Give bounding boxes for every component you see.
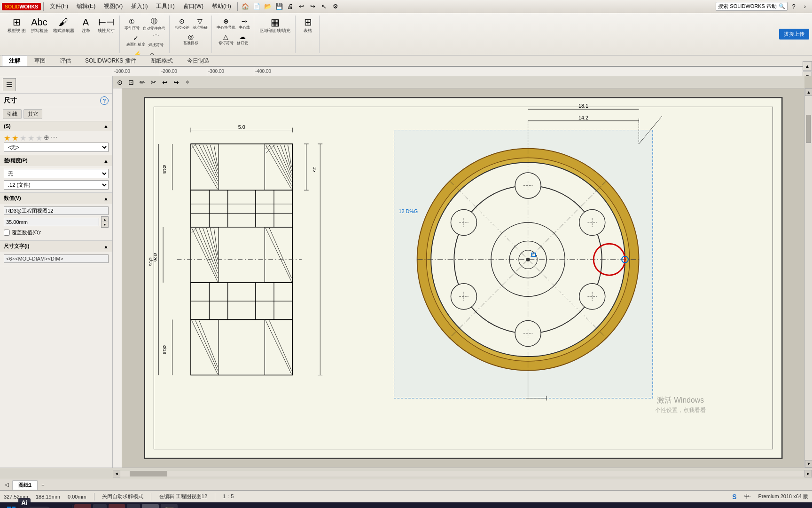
select-icon-btn[interactable]: ↖ — [319, 1, 329, 12]
auto-part-number-btn[interactable]: ⑪ 自动零件序号 — [142, 16, 166, 32]
override-checkbox[interactable] — [4, 230, 10, 236]
hole-callout-btn[interactable]: ○ 孔标注 — [146, 49, 159, 56]
panel-style-header[interactable]: (S) ▲ — [0, 121, 112, 131]
linear-chain-btn[interactable]: ⊢⊣ 线性尺寸 — [96, 16, 117, 35]
star-1[interactable]: ★ — [4, 134, 10, 143]
datum-feature-btn[interactable]: ▽ 基准特征 — [192, 16, 209, 31]
menu-tools[interactable]: 工具(T) — [152, 1, 178, 11]
form-tolerance-btn[interactable]: ⊙ 形位公差 — [173, 16, 190, 31]
taskbar-app-video[interactable]: ⬛ — [161, 504, 178, 508]
centerline-btn[interactable]: ⊸ 中心线 — [238, 16, 251, 31]
connect-upload-btn[interactable]: 拔接上传 — [779, 29, 809, 40]
new-icon-btn[interactable]: 📄 — [251, 1, 262, 12]
draw-icon-4[interactable]: ✂ — [148, 77, 159, 87]
surface-finish-btn[interactable]: ✓ 表面粗糙度 — [125, 33, 146, 48]
spell-check-btn[interactable]: Abc 拼写检验 — [29, 16, 50, 35]
menu-edit[interactable]: 编辑(E) — [73, 1, 99, 11]
tab-manufacture[interactable]: 今日制造 — [180, 55, 217, 66]
scroll-down-btn[interactable]: ▼ — [805, 460, 812, 468]
tab-sheet-format[interactable]: 图纸格式 — [143, 55, 180, 66]
btab-add[interactable]: + — [39, 481, 47, 489]
btab-sheet1[interactable]: 图纸1 — [12, 480, 38, 490]
center-mark-btn[interactable]: ⊕ 中心符号线 — [216, 16, 236, 31]
question-icon-btn[interactable]: ? — [789, 1, 799, 12]
tab-sketch[interactable]: 草图 — [27, 55, 53, 66]
arrow-icon-btn[interactable]: › — [800, 1, 810, 12]
datum-target-btn[interactable]: ◎ 基准目标 — [182, 32, 199, 47]
section-fill-btn[interactable]: ▦ 区域剖面线/填充 — [258, 16, 293, 35]
star-3[interactable]: ★ — [20, 134, 26, 143]
panel-tolerance-header[interactable]: 差/精度(P) ▲ — [0, 155, 112, 166]
panel-tab-other[interactable]: 其它 — [23, 109, 42, 119]
panel-scroll-area[interactable]: (S) ▲ ★ ★ ★ ★ ★ ⊕ ⋯ <无> — [0, 121, 112, 468]
vertical-scrollbar[interactable]: ▲ ▼ — [804, 88, 812, 468]
table-btn[interactable]: ⊞ 表格 — [299, 16, 316, 35]
start-btn[interactable] — [3, 504, 20, 508]
weld-symbol-btn[interactable]: ⌒ 焊接符号 — [148, 33, 164, 48]
tab-evaluate[interactable]: 评估 — [53, 55, 78, 66]
tolerance-type-dropdown[interactable]: 无 — [4, 169, 109, 178]
settings-icon-btn[interactable]: ⚙ — [330, 1, 341, 12]
magnetic-line-btn[interactable]: ⚡ 磁力线 — [131, 49, 144, 56]
btab-arrow-left[interactable]: ◁ — [2, 481, 11, 489]
taskbar-app-sw[interactable]: SW — [142, 504, 158, 508]
star-4[interactable]: ★ — [28, 134, 34, 143]
tab-plugins[interactable]: SOLIDWORKS 插件 — [78, 55, 143, 66]
note-btn[interactable]: A 注释 — [78, 16, 94, 35]
redo-icon-btn[interactable]: ↪ — [308, 1, 318, 12]
draw-icon-1[interactable]: ⊙ — [115, 77, 125, 87]
star-2[interactable]: ★ — [12, 134, 18, 143]
taskbar-app-word[interactable]: W — [93, 504, 107, 508]
scroll-track-v[interactable] — [805, 96, 812, 460]
home-icon-btn[interactable]: 🏠 — [240, 1, 250, 12]
panel-help-icon[interactable]: ? — [100, 96, 109, 105]
draw-icon-7[interactable]: ⌖ — [182, 77, 193, 87]
precision-dropdown[interactable]: .12 (文件) — [4, 180, 109, 190]
menu-help[interactable]: 帮助(H) — [208, 1, 235, 11]
format-painter-btn[interactable]: 🖌 格式涂刷器 — [51, 16, 76, 35]
model-view-btn[interactable]: ⊞ 模型视 图 — [6, 16, 28, 35]
taskbar-app-dx2[interactable]: DX — [109, 504, 125, 508]
dimtext-input[interactable] — [4, 254, 109, 263]
panel-dimtext-header[interactable]: 尺寸文字(i) ▲ — [0, 241, 112, 252]
solidworks-search[interactable]: 搜索 SOLIDWORKS 帮助 🔍 — [716, 2, 788, 11]
open-icon-btn[interactable]: 📂 — [263, 1, 273, 12]
menu-view[interactable]: 视图(V) — [100, 1, 126, 11]
h-scroll-thumb[interactable] — [130, 471, 167, 476]
menu-insert[interactable]: 插入(I) — [127, 1, 151, 11]
draw-icon-3[interactable]: ✏ — [137, 77, 148, 87]
scroll-up-btn[interactable]: ▲ — [805, 88, 812, 96]
taskbar-app-dx1[interactable]: DX — [74, 504, 91, 508]
spin-up[interactable] — [102, 217, 108, 222]
panel-tab-leader[interactable]: 引线 — [3, 109, 22, 119]
taskbar-app-play[interactable]: ▶ — [127, 504, 140, 508]
style-add-icon[interactable]: ⊕ — [44, 134, 49, 143]
draw-icon-2[interactable]: ⊡ — [126, 77, 136, 87]
drawing-viewport[interactable]: 5.0 15 Ø15 Ø20 — [122, 88, 804, 468]
part-number-btn[interactable]: ① 零件序号 — [124, 17, 141, 32]
scroll-thumb-v[interactable] — [806, 115, 811, 143]
style-options-icon[interactable]: ⋯ — [51, 134, 57, 143]
drawing-area[interactable]: ⊙ ⊡ ✏ ✂ ↩ ↪ ⌖ — [113, 76, 812, 468]
save-icon-btn[interactable]: 💾 — [274, 1, 284, 12]
undo-icon-btn[interactable]: ↩ — [297, 1, 307, 12]
draw-icon-5[interactable]: ↩ — [160, 77, 170, 87]
value-field-2[interactable] — [4, 218, 99, 226]
print-icon-btn[interactable]: 🖨 — [285, 1, 296, 12]
spin-down[interactable] — [102, 222, 108, 227]
menu-window[interactable]: 窗口(W) — [180, 1, 207, 11]
draw-icon-6[interactable]: ↪ — [171, 77, 181, 87]
list-view-icon-btn[interactable] — [3, 78, 16, 91]
style-dropdown[interactable]: <无> — [4, 143, 109, 152]
revision-cloud-btn[interactable]: ☁ 修订云 — [236, 32, 249, 47]
scroll-left-btn[interactable]: ◄ — [113, 470, 120, 477]
h-scroll-track[interactable] — [120, 471, 804, 476]
ai-label[interactable]: Ai — [18, 498, 31, 508]
tab-annotation[interactable]: 注解 — [2, 55, 27, 66]
value-spinner[interactable] — [101, 216, 109, 228]
revision-symbol-btn[interactable]: △ 修订符号 — [218, 32, 234, 47]
star-5[interactable]: ★ — [36, 134, 42, 143]
value-field-1[interactable] — [4, 206, 109, 215]
panel-value-header[interactable]: 数值(V) ▲ — [0, 193, 112, 204]
task-view-btn[interactable]: ⧉ — [53, 504, 70, 508]
